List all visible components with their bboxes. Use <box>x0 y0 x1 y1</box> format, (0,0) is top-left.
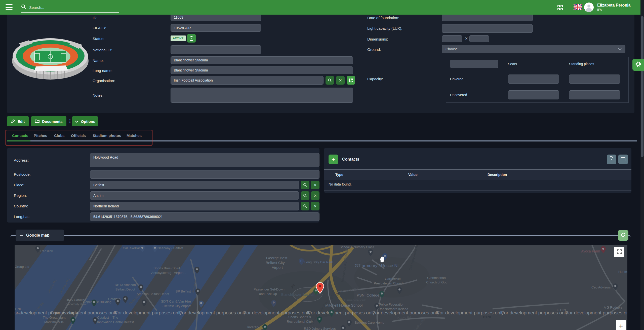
status-history-button[interactable] <box>187 34 196 43</box>
top-navbar: Elizabeta Peronja IFA <box>0 0 644 15</box>
chevron-down-icon <box>618 47 622 51</box>
fifa-id-field[interactable] <box>171 24 261 32</box>
page-scrollbar-thumb[interactable] <box>641 16 643 157</box>
capacity-header-input-cell <box>446 57 504 71</box>
covered-standing-cell <box>565 71 629 87</box>
columns-icon[interactable] <box>618 155 628 164</box>
light-capacity-label: Light capacity (LUX): <box>367 26 402 30</box>
region-field[interactable] <box>90 191 299 200</box>
covered-standing-field[interactable] <box>569 75 620 84</box>
chevron-down-icon <box>75 119 78 124</box>
user-avatar[interactable] <box>584 3 594 12</box>
capacity-row-uncovered-label: Uncovered <box>446 87 504 103</box>
place-label: Place: <box>14 183 24 187</box>
capacity-header-input[interactable] <box>450 60 498 68</box>
cursor-hand-icon <box>379 256 385 264</box>
postcode-field[interactable] <box>90 170 319 179</box>
user-name: Elizabeta Peronja <box>597 3 631 8</box>
place-search-button[interactable] <box>301 181 309 189</box>
dimension-width-field[interactable] <box>442 35 462 42</box>
contacts-col-type: Type <box>335 173 343 177</box>
dimensions-separator: X <box>465 36 468 41</box>
map-zoom-in-button[interactable]: + <box>616 320 626 330</box>
contacts-table-header: Type Value Description <box>324 169 631 180</box>
long-name-field[interactable] <box>171 66 353 74</box>
status-badge: ACTIVE <box>171 35 186 41</box>
capacity-label: Capacity: <box>367 77 383 81</box>
country-label: Country: <box>14 204 28 208</box>
language-flag-icon[interactable] <box>574 4 582 11</box>
region-clear-button[interactable]: ✕ <box>311 191 319 200</box>
foundation-field[interactable] <box>442 14 533 21</box>
edit-button[interactable]: Edit <box>7 116 29 126</box>
name-field[interactable] <box>171 56 353 64</box>
map-fullscreen-button[interactable] <box>614 247 624 257</box>
more-actions-dots-icon[interactable]: ⋮ <box>67 118 72 124</box>
contacts-panel-title: Contacts <box>342 157 359 162</box>
add-contact-button[interactable]: + <box>329 155 338 164</box>
apps-grid-icon[interactable] <box>557 5 563 11</box>
dimensions-label: Dimensions: <box>367 37 388 41</box>
notes-label: Notes: <box>93 93 103 97</box>
documents-button[interactable]: Documents <box>31 116 66 126</box>
uncovered-seats-field[interactable] <box>508 90 559 99</box>
contacts-col-value: Value <box>408 173 418 177</box>
uncovered-standing-field[interactable] <box>569 90 620 99</box>
svg-text:x: x <box>611 158 612 161</box>
organisation-open-button[interactable] <box>347 76 355 85</box>
organisation-search-button[interactable] <box>326 76 334 85</box>
minus-icon <box>20 235 23 236</box>
options-button[interactable]: Options <box>72 116 98 126</box>
status-label: Status: <box>93 36 104 41</box>
map-marker-icon[interactable] <box>316 282 324 295</box>
national-id-field[interactable] <box>171 45 261 54</box>
options-button-label: Options <box>81 119 95 124</box>
country-field[interactable] <box>90 202 299 210</box>
search-input[interactable] <box>29 5 113 10</box>
refresh-icon <box>621 232 626 238</box>
ground-select[interactable]: Choose <box>442 45 625 53</box>
settings-flyout-button[interactable] <box>632 59 644 71</box>
map-refresh-button[interactable] <box>618 230 628 241</box>
stadium-photo <box>11 36 89 82</box>
search-icon <box>21 4 26 10</box>
place-clear-button[interactable]: ✕ <box>311 181 319 189</box>
contacts-col-description: Description <box>488 173 507 177</box>
annotation-highlight-box <box>6 130 152 145</box>
foundation-label: Date of foundation: <box>367 16 399 20</box>
notes-field[interactable] <box>171 88 353 103</box>
address-field[interactable]: Holywood Road <box>90 153 319 167</box>
country-clear-button[interactable]: ✕ <box>311 202 319 210</box>
folder-icon <box>35 119 39 124</box>
organisation-clear-button[interactable]: ✕ <box>336 76 345 85</box>
light-capacity-field[interactable] <box>442 24 533 33</box>
place-field[interactable] <box>90 181 299 189</box>
google-map[interactable]: Translinkber Group LtdSinclair RdStormon… <box>15 245 627 330</box>
longlat-label: Long,Lat: <box>14 214 30 219</box>
capacity-row-covered-label: Covered <box>446 71 504 87</box>
dimension-length-field[interactable] <box>469 35 489 42</box>
edit-button-label: Edit <box>18 119 25 124</box>
export-excel-button[interactable]: x <box>607 155 616 164</box>
capacity-col-standing: Standing places <box>565 57 629 71</box>
id-field[interactable] <box>171 14 261 21</box>
country-search-button[interactable] <box>301 202 309 210</box>
uncovered-standing-cell <box>565 87 629 103</box>
region-search-button[interactable] <box>301 191 309 200</box>
hamburger-menu-icon[interactable] <box>6 4 13 10</box>
longlat-field[interactable] <box>90 212 319 221</box>
user-org: IFA <box>597 8 602 12</box>
search-bar[interactable] <box>21 3 119 13</box>
contacts-panel: + Contacts x Type Value Description No d… <box>324 148 631 193</box>
id-label: ID: <box>93 16 97 20</box>
google-map-collapse-header[interactable]: Google map <box>16 230 64 241</box>
ground-select-value: Choose <box>446 47 458 51</box>
capacity-col-seats: Seats <box>504 57 565 71</box>
covered-seats-cell <box>504 71 565 87</box>
organisation-field[interactable] <box>171 76 324 85</box>
file-export-icon: x <box>610 156 614 162</box>
contacts-empty-row: No data found. <box>329 182 352 186</box>
covered-seats-field[interactable] <box>508 75 559 84</box>
organisation-label: Organisation: <box>93 79 115 83</box>
gear-icon <box>635 61 641 68</box>
